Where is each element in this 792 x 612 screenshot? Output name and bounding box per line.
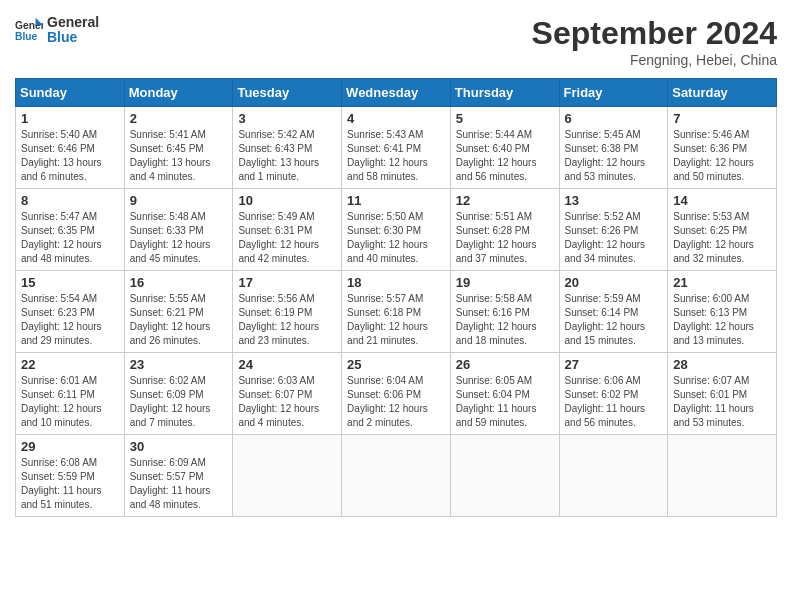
- day-info-14: Sunrise: 5:53 AM Sunset: 6:25 PM Dayligh…: [673, 210, 771, 266]
- day-info-11: Sunrise: 5:50 AM Sunset: 6:30 PM Dayligh…: [347, 210, 445, 266]
- day-number-21: 21: [673, 275, 771, 290]
- day-cell-26: 26 Sunrise: 6:05 AM Sunset: 6:04 PM Dayl…: [450, 353, 559, 435]
- day-cell-29: 29 Sunrise: 6:08 AM Sunset: 5:59 PM Dayl…: [16, 435, 125, 517]
- day-cell-5: 5 Sunrise: 5:44 AM Sunset: 6:40 PM Dayli…: [450, 107, 559, 189]
- day-number-3: 3: [238, 111, 336, 126]
- day-number-25: 25: [347, 357, 445, 372]
- day-number-24: 24: [238, 357, 336, 372]
- day-number-22: 22: [21, 357, 119, 372]
- calendar-table: Sunday Monday Tuesday Wednesday Thursday…: [15, 78, 777, 517]
- svg-text:Blue: Blue: [15, 32, 38, 43]
- day-info-15: Sunrise: 5:54 AM Sunset: 6:23 PM Dayligh…: [21, 292, 119, 348]
- logo: General Blue General Blue: [15, 15, 99, 46]
- day-info-25: Sunrise: 6:04 AM Sunset: 6:06 PM Dayligh…: [347, 374, 445, 430]
- day-info-5: Sunrise: 5:44 AM Sunset: 6:40 PM Dayligh…: [456, 128, 554, 184]
- day-number-7: 7: [673, 111, 771, 126]
- day-cell-25: 25 Sunrise: 6:04 AM Sunset: 6:06 PM Dayl…: [342, 353, 451, 435]
- day-number-8: 8: [21, 193, 119, 208]
- day-number-5: 5: [456, 111, 554, 126]
- day-number-11: 11: [347, 193, 445, 208]
- day-cell-10: 10 Sunrise: 5:49 AM Sunset: 6:31 PM Dayl…: [233, 189, 342, 271]
- day-number-27: 27: [565, 357, 663, 372]
- header-sunday: Sunday: [16, 79, 125, 107]
- day-cell-6: 6 Sunrise: 5:45 AM Sunset: 6:38 PM Dayli…: [559, 107, 668, 189]
- logo-blue: Blue: [47, 30, 99, 45]
- header-tuesday: Tuesday: [233, 79, 342, 107]
- day-info-1: Sunrise: 5:40 AM Sunset: 6:46 PM Dayligh…: [21, 128, 119, 184]
- day-number-14: 14: [673, 193, 771, 208]
- empty-cell-5: [668, 435, 777, 517]
- month-title: September 2024: [532, 15, 777, 52]
- day-info-16: Sunrise: 5:55 AM Sunset: 6:21 PM Dayligh…: [130, 292, 228, 348]
- day-cell-3: 3 Sunrise: 5:42 AM Sunset: 6:43 PM Dayli…: [233, 107, 342, 189]
- day-cell-9: 9 Sunrise: 5:48 AM Sunset: 6:33 PM Dayli…: [124, 189, 233, 271]
- logo-icon: General Blue: [15, 16, 43, 44]
- day-info-18: Sunrise: 5:57 AM Sunset: 6:18 PM Dayligh…: [347, 292, 445, 348]
- day-info-19: Sunrise: 5:58 AM Sunset: 6:16 PM Dayligh…: [456, 292, 554, 348]
- day-cell-21: 21 Sunrise: 6:00 AM Sunset: 6:13 PM Dayl…: [668, 271, 777, 353]
- empty-cell-3: [450, 435, 559, 517]
- day-number-13: 13: [565, 193, 663, 208]
- empty-cell-1: [233, 435, 342, 517]
- day-number-23: 23: [130, 357, 228, 372]
- day-cell-27: 27 Sunrise: 6:06 AM Sunset: 6:02 PM Dayl…: [559, 353, 668, 435]
- day-number-16: 16: [130, 275, 228, 290]
- day-cell-17: 17 Sunrise: 5:56 AM Sunset: 6:19 PM Dayl…: [233, 271, 342, 353]
- day-number-18: 18: [347, 275, 445, 290]
- day-info-10: Sunrise: 5:49 AM Sunset: 6:31 PM Dayligh…: [238, 210, 336, 266]
- day-info-21: Sunrise: 6:00 AM Sunset: 6:13 PM Dayligh…: [673, 292, 771, 348]
- day-number-10: 10: [238, 193, 336, 208]
- day-info-24: Sunrise: 6:03 AM Sunset: 6:07 PM Dayligh…: [238, 374, 336, 430]
- day-number-9: 9: [130, 193, 228, 208]
- day-number-1: 1: [21, 111, 119, 126]
- weekday-header-row: Sunday Monday Tuesday Wednesday Thursday…: [16, 79, 777, 107]
- day-number-12: 12: [456, 193, 554, 208]
- day-cell-11: 11 Sunrise: 5:50 AM Sunset: 6:30 PM Dayl…: [342, 189, 451, 271]
- day-number-2: 2: [130, 111, 228, 126]
- day-info-3: Sunrise: 5:42 AM Sunset: 6:43 PM Dayligh…: [238, 128, 336, 184]
- day-cell-20: 20 Sunrise: 5:59 AM Sunset: 6:14 PM Dayl…: [559, 271, 668, 353]
- day-number-26: 26: [456, 357, 554, 372]
- title-area: September 2024 Fengning, Hebei, China: [532, 15, 777, 68]
- day-number-15: 15: [21, 275, 119, 290]
- day-number-29: 29: [21, 439, 119, 454]
- day-cell-19: 19 Sunrise: 5:58 AM Sunset: 6:16 PM Dayl…: [450, 271, 559, 353]
- day-info-4: Sunrise: 5:43 AM Sunset: 6:41 PM Dayligh…: [347, 128, 445, 184]
- page-header: General Blue General Blue September 2024…: [15, 15, 777, 68]
- day-number-28: 28: [673, 357, 771, 372]
- week-row-3: 15 Sunrise: 5:54 AM Sunset: 6:23 PM Dayl…: [16, 271, 777, 353]
- day-cell-23: 23 Sunrise: 6:02 AM Sunset: 6:09 PM Dayl…: [124, 353, 233, 435]
- day-cell-24: 24 Sunrise: 6:03 AM Sunset: 6:07 PM Dayl…: [233, 353, 342, 435]
- day-info-6: Sunrise: 5:45 AM Sunset: 6:38 PM Dayligh…: [565, 128, 663, 184]
- day-info-29: Sunrise: 6:08 AM Sunset: 5:59 PM Dayligh…: [21, 456, 119, 512]
- week-row-5: 29 Sunrise: 6:08 AM Sunset: 5:59 PM Dayl…: [16, 435, 777, 517]
- header-thursday: Thursday: [450, 79, 559, 107]
- day-info-23: Sunrise: 6:02 AM Sunset: 6:09 PM Dayligh…: [130, 374, 228, 430]
- day-number-6: 6: [565, 111, 663, 126]
- day-number-4: 4: [347, 111, 445, 126]
- header-friday: Friday: [559, 79, 668, 107]
- day-info-13: Sunrise: 5:52 AM Sunset: 6:26 PM Dayligh…: [565, 210, 663, 266]
- header-monday: Monday: [124, 79, 233, 107]
- day-cell-15: 15 Sunrise: 5:54 AM Sunset: 6:23 PM Dayl…: [16, 271, 125, 353]
- day-cell-28: 28 Sunrise: 6:07 AM Sunset: 6:01 PM Dayl…: [668, 353, 777, 435]
- day-number-17: 17: [238, 275, 336, 290]
- day-cell-22: 22 Sunrise: 6:01 AM Sunset: 6:11 PM Dayl…: [16, 353, 125, 435]
- day-info-22: Sunrise: 6:01 AM Sunset: 6:11 PM Dayligh…: [21, 374, 119, 430]
- day-cell-30: 30 Sunrise: 6:09 AM Sunset: 5:57 PM Dayl…: [124, 435, 233, 517]
- header-saturday: Saturday: [668, 79, 777, 107]
- day-cell-12: 12 Sunrise: 5:51 AM Sunset: 6:28 PM Dayl…: [450, 189, 559, 271]
- day-info-9: Sunrise: 5:48 AM Sunset: 6:33 PM Dayligh…: [130, 210, 228, 266]
- day-cell-13: 13 Sunrise: 5:52 AM Sunset: 6:26 PM Dayl…: [559, 189, 668, 271]
- week-row-4: 22 Sunrise: 6:01 AM Sunset: 6:11 PM Dayl…: [16, 353, 777, 435]
- day-info-27: Sunrise: 6:06 AM Sunset: 6:02 PM Dayligh…: [565, 374, 663, 430]
- day-number-30: 30: [130, 439, 228, 454]
- day-cell-8: 8 Sunrise: 5:47 AM Sunset: 6:35 PM Dayli…: [16, 189, 125, 271]
- day-cell-16: 16 Sunrise: 5:55 AM Sunset: 6:21 PM Dayl…: [124, 271, 233, 353]
- day-info-28: Sunrise: 6:07 AM Sunset: 6:01 PM Dayligh…: [673, 374, 771, 430]
- week-row-1: 1 Sunrise: 5:40 AM Sunset: 6:46 PM Dayli…: [16, 107, 777, 189]
- day-info-17: Sunrise: 5:56 AM Sunset: 6:19 PM Dayligh…: [238, 292, 336, 348]
- logo-general: General: [47, 15, 99, 30]
- location: Fengning, Hebei, China: [532, 52, 777, 68]
- day-number-20: 20: [565, 275, 663, 290]
